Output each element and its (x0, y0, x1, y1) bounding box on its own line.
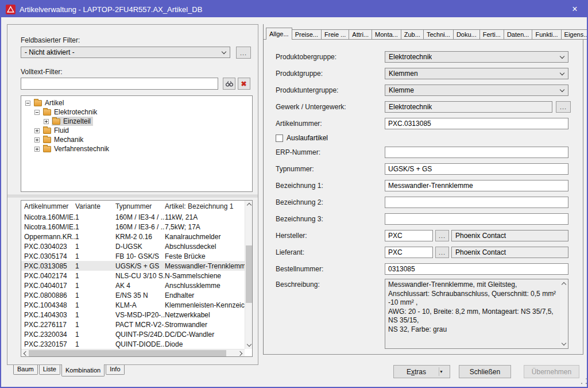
bezeichnung1-input[interactable] (385, 180, 568, 191)
produktuntergruppe-combobox[interactable]: Klemme (385, 84, 568, 96)
lieferant-browse-button[interactable]: ... (435, 247, 449, 258)
table-row[interactable]: PXC.0313085 1 UGSK/S + GS Messwandler-Tr… (21, 261, 245, 271)
schliessen-button[interactable]: Schließen (459, 365, 511, 378)
chevron-down-icon (560, 87, 564, 92)
horizontal-scrollbar[interactable] (21, 349, 245, 356)
tree-item[interactable]: Artikel (21, 98, 252, 107)
table-row[interactable]: Oppermann.KR... 1 KRM-2 0.16 Kanalrauchm… (21, 232, 245, 241)
column-header[interactable]: Variante (75, 202, 115, 210)
bezeichnung2-input[interactable] (385, 197, 568, 208)
table-row[interactable]: PXC.0800886 1 E/NS 35 N Endhalter (21, 290, 245, 300)
tree-item[interactable]: Elektrotechnik (21, 107, 252, 117)
table-row[interactable]: PXC.2320157 1 QUINT-DIODE... Diode (21, 339, 245, 349)
table-row[interactable]: Nicotra.160M/IE... 1 160M / IE3-6 / ... … (21, 222, 245, 232)
cell-artikelnummer: PXC.0313085 (24, 262, 75, 270)
detail-tab[interactable]: Allge... (266, 28, 292, 40)
view-tabs: Baum Liste Kombination Info (13, 365, 125, 377)
detail-tab[interactable]: Freie ... (321, 29, 349, 40)
scroll-down-icon[interactable] (560, 340, 567, 348)
table-row[interactable]: PXC.0402174 1 NLS-CU 3/10 S... N-Sammels… (21, 271, 245, 281)
tab-label: Liste (43, 366, 56, 372)
scroll-up-icon[interactable] (245, 201, 253, 208)
produktobergruppe-combobox[interactable]: Elektrotechnik (385, 51, 568, 63)
detail-tab[interactable]: Ferti... (479, 29, 504, 40)
artikelnummer-input[interactable] (385, 118, 568, 129)
bezeichnung3-label: Bezeichnung 3: (276, 215, 323, 223)
hersteller-browse-button[interactable]: ... (435, 230, 449, 241)
table-header[interactable]: Artikelnummer Variante Typnummer Artikel… (21, 201, 245, 212)
detail-tab[interactable]: Preise... (292, 29, 322, 40)
column-header[interactable]: Artikel: Bezeichnung 1 (165, 202, 245, 210)
bestellnummer-label: Bestellnummer: (276, 265, 323, 273)
clear-x-icon: ✖ (241, 80, 247, 88)
detail-tab[interactable]: Monta... (372, 29, 401, 40)
fulltext-filter-input[interactable] (21, 78, 218, 90)
vertical-scrollbar[interactable] (560, 280, 567, 348)
bezeichnung3-input[interactable] (385, 213, 568, 225)
close-icon[interactable]: × (567, 3, 582, 16)
cell-artikelnummer: PXC.0304023 (24, 243, 75, 251)
tree-item[interactable]: Fluid (21, 126, 252, 135)
table-row[interactable]: PXC.1404303 1 VS-MSD-IP20-... Netzwerkka… (21, 310, 245, 320)
resize-grip-icon[interactable] (581, 383, 582, 384)
scroll-up-icon[interactable] (560, 280, 567, 287)
tree-item[interactable]: Einzelteil (21, 117, 252, 126)
tree-item[interactable]: Mechanik (21, 135, 252, 144)
scrollbar-thumb[interactable] (246, 245, 252, 303)
expander-icon[interactable] (34, 147, 40, 152)
cell-variante: 1 (75, 223, 115, 231)
tree-item[interactable]: Verfahrenstechnik (21, 144, 252, 153)
view-tab[interactable]: Info (106, 365, 124, 375)
table-row[interactable]: PXC.1004348 1 KLM-A Klemmenleisten-Kennz… (21, 300, 245, 310)
cell-typnummer: E/NS 35 N (115, 291, 165, 299)
beschreibung-field[interactable]: Messwandler-Trennklemme, mit Gleitsteg, … (385, 279, 568, 349)
detail-tab[interactable]: Daten... (504, 29, 533, 40)
expander-icon[interactable] (44, 119, 49, 124)
table-row[interactable]: PXC.2320034 1 QUINT-PS/24D... DC/DC-Wand… (21, 329, 245, 339)
auslaufartikel-checkbox[interactable] (276, 135, 283, 142)
produktgruppe-combobox[interactable]: Klemmen (385, 68, 568, 79)
table-row[interactable]: PXC.0404017 1 AK 4 Anschlussklemme (21, 281, 245, 290)
bestellnummer-input[interactable] (385, 263, 568, 275)
typnummer-input[interactable] (385, 163, 568, 175)
vertical-scrollbar[interactable] (245, 201, 252, 349)
table-row[interactable]: PXC.2276117 1 PACT MCR-V2-... Stromwandl… (21, 320, 245, 329)
clear-filter-button[interactable]: ✖ (238, 78, 250, 90)
column-header[interactable]: Typnummer (115, 202, 165, 210)
detail-tab[interactable]: Eigens... (561, 29, 588, 40)
cell-artikelnummer: PXC.1404303 (24, 311, 75, 319)
column-header[interactable]: Artikelnummer (24, 202, 75, 210)
panel-splitter[interactable] (7, 195, 258, 197)
expander-icon[interactable] (34, 128, 40, 133)
detail-tab[interactable]: Doku... (453, 29, 480, 40)
expander-icon[interactable] (25, 101, 30, 106)
expander-icon[interactable] (34, 137, 40, 143)
hersteller-code-input[interactable] (385, 230, 433, 241)
tree-item-label: Fluid (54, 126, 69, 135)
dropdown-arrow-icon[interactable]: ▼ (439, 370, 450, 374)
table-row[interactable]: PXC.0305174 1 FB 10- GSK/S Feste Brücke (21, 251, 245, 261)
field-filter-browse-button[interactable]: ... (236, 47, 251, 59)
detail-tab[interactable]: Techni... (423, 29, 454, 40)
erp-nummer-input[interactable] (385, 147, 568, 158)
view-tab[interactable]: Baum (13, 365, 38, 375)
cell-bezeichnung: Abschlussdeckel (165, 243, 245, 251)
lieferant-code-input[interactable] (385, 247, 433, 258)
search-button[interactable] (223, 78, 235, 90)
expander-icon[interactable] (34, 110, 40, 115)
table-row[interactable]: Nicotra.160M/IE... 1 160M / IE3-4 / ... … (21, 212, 245, 222)
view-tab[interactable]: Liste (39, 365, 60, 375)
table-row[interactable]: PXC.0304023 1 D-UGSK Abschlussdeckel (21, 241, 245, 251)
view-tab[interactable]: Kombination (61, 364, 105, 377)
detail-tab[interactable]: Attri... (349, 29, 372, 40)
extras-button[interactable]: Extras ▼ (393, 365, 450, 378)
detail-tab[interactable]: Funkti... (532, 29, 561, 40)
table-body: Nicotra.160M/IE... 1 160M / IE3-4 / ... … (21, 212, 245, 349)
field-filter-combobox[interactable]: - Nicht aktiviert - (21, 47, 230, 58)
detail-tab[interactable]: Zub... (401, 29, 424, 40)
gewerk-browse-button[interactable]: ... (556, 101, 571, 113)
scroll-right-icon[interactable] (237, 349, 245, 357)
scroll-left-icon[interactable] (21, 349, 29, 357)
scrollbar-thumb[interactable] (29, 350, 226, 356)
scroll-down-icon[interactable] (245, 341, 253, 349)
